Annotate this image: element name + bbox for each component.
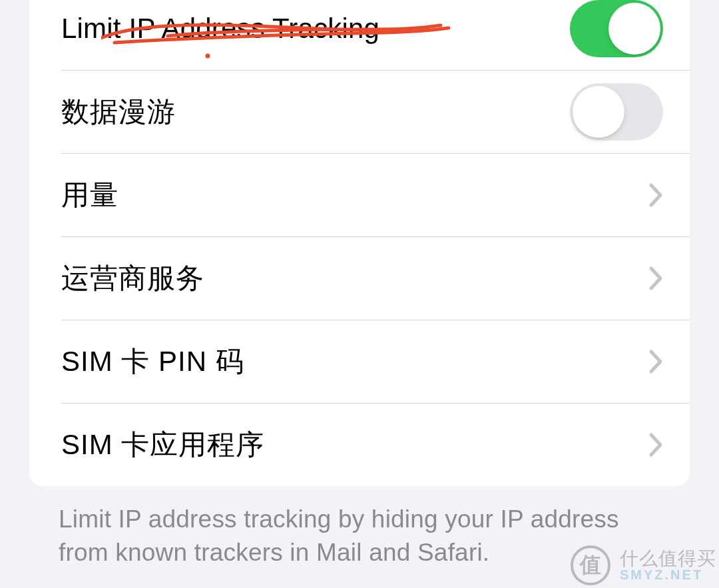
row-label: 数据漫游 bbox=[61, 93, 570, 131]
watermark-badge-icon: 值 bbox=[571, 545, 610, 585]
row-sim-applications[interactable]: SIM 卡应用程序 bbox=[29, 403, 690, 486]
chevron-right-icon bbox=[648, 266, 663, 291]
row-carrier-services[interactable]: 运营商服务 bbox=[29, 236, 690, 320]
row-label: SIM 卡应用程序 bbox=[61, 426, 640, 463]
row-label: Limit IP Address Tracking bbox=[61, 13, 570, 45]
row-sim-pin[interactable]: SIM 卡 PIN 码 bbox=[29, 320, 690, 403]
row-usage[interactable]: 用量 bbox=[29, 153, 690, 236]
watermark: 值 什么值得买 SMYZ.NET bbox=[571, 545, 716, 585]
settings-group: Limit IP Address Tracking 数据漫游 用量 运营商服务 bbox=[29, 0, 690, 486]
row-label: 用量 bbox=[61, 176, 640, 214]
toggle-knob bbox=[608, 3, 660, 55]
chevron-right-icon bbox=[648, 432, 663, 457]
row-label: 运营商服务 bbox=[61, 260, 640, 297]
row-label: SIM 卡 PIN 码 bbox=[61, 343, 640, 380]
row-limit-ip-tracking[interactable]: Limit IP Address Tracking bbox=[29, 0, 690, 70]
toggle-limit-ip-tracking[interactable] bbox=[570, 0, 663, 57]
chevron-right-icon bbox=[648, 182, 663, 208]
row-data-roaming[interactable]: 数据漫游 bbox=[29, 70, 690, 153]
toggle-data-roaming[interactable] bbox=[570, 83, 663, 141]
chevron-right-icon bbox=[648, 349, 663, 374]
watermark-text: 什么值得买 SMYZ.NET bbox=[620, 549, 716, 582]
toggle-knob bbox=[573, 86, 624, 138]
